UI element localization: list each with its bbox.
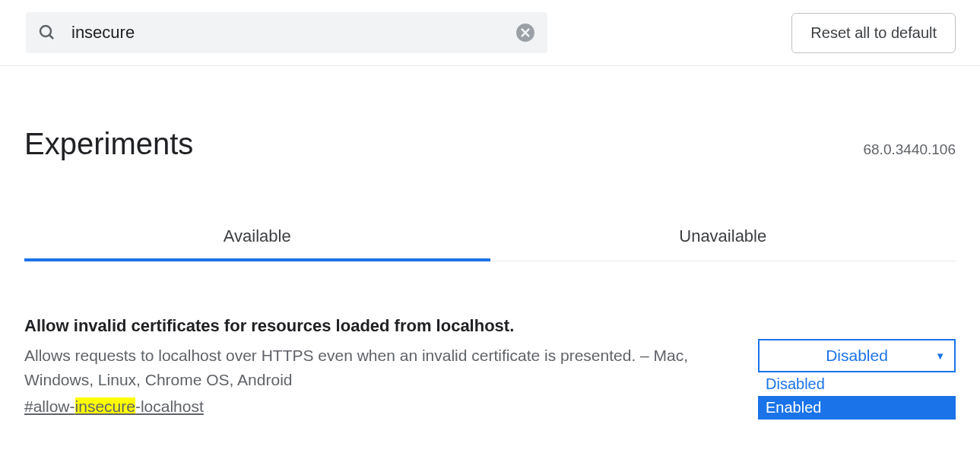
tab-available[interactable]: Available (24, 214, 490, 261)
flag-title: Allow invalid certificates for resources… (24, 316, 728, 336)
page-title: Experiments (24, 127, 193, 161)
chevron-down-icon: ▼ (935, 350, 945, 362)
flag-hash-link[interactable]: #allow-insecure-localhost (24, 397, 204, 415)
clear-search-icon[interactable] (515, 23, 535, 43)
tabs: Available Unavailable (24, 214, 956, 261)
version-text: 68.0.3440.106 (863, 141, 956, 158)
top-bar: Reset all to default (0, 0, 980, 66)
content: Experiments 68.0.3440.106 Available Unav… (0, 66, 980, 416)
flag-text: Allow invalid certificates for resources… (24, 316, 728, 416)
flag-item: Allow invalid certificates for resources… (24, 316, 956, 416)
dropdown-option-disabled[interactable]: Disabled (758, 372, 956, 396)
search-container (26, 12, 547, 53)
reset-all-button[interactable]: Reset all to default (791, 13, 956, 53)
flag-hash-post: -localhost (135, 397, 204, 415)
flag-control: Disabled ▼ Disabled Enabled (758, 316, 956, 372)
flag-hash-highlight: insecure (75, 397, 135, 415)
header-row: Experiments 68.0.3440.106 (24, 127, 956, 161)
svg-point-0 (40, 26, 51, 36)
flag-select[interactable]: Disabled ▼ (758, 339, 956, 372)
flag-description: Allows requests to localhost over HTTPS … (24, 344, 728, 391)
search-icon (38, 24, 56, 42)
flag-dropdown: Disabled Enabled (758, 372, 956, 420)
flag-select-label: Disabled (826, 347, 888, 365)
tab-unavailable[interactable]: Unavailable (490, 214, 956, 261)
dropdown-option-enabled[interactable]: Enabled (758, 396, 956, 420)
svg-line-1 (49, 35, 53, 39)
flag-hash-pre: #allow- (24, 397, 75, 415)
search-input[interactable] (71, 23, 515, 43)
